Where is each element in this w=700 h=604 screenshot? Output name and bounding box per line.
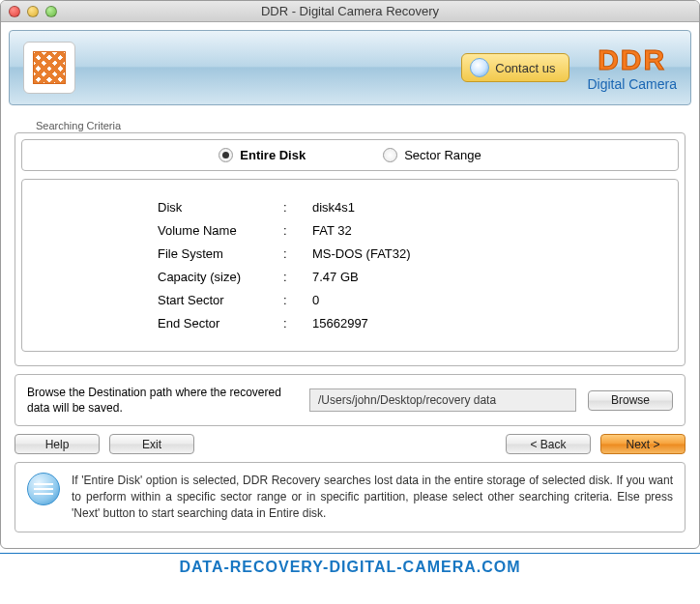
detail-row: Start Sector : 0 [158,293,668,307]
criteria-legend: Searching Criteria [32,120,125,131]
destination-panel: Browse the Destination path where the re… [15,374,685,426]
info-panel: If 'Entire Disk' option is selected, DDR… [15,462,685,532]
exit-button[interactable]: Exit [109,434,194,454]
detail-key: Volume Name [158,223,283,238]
detail-value: 15662997 [312,316,668,331]
info-text: If 'Entire Disk' option is selected, DDR… [72,473,673,522]
detail-row: Capacity (size) : 7.47 GB [158,270,668,284]
back-button[interactable]: < Back [506,434,591,454]
close-icon[interactable] [9,6,20,17]
detail-value: 0 [312,293,668,307]
maximize-icon[interactable] [45,6,57,17]
contact-us-label: Contact us [495,61,555,75]
detail-value: 7.47 GB [312,270,668,284]
disk-details: Disk : disk4s1 Volume Name : FAT 32 File… [21,179,679,352]
radio-sector-range[interactable]: Sector Range [383,148,481,162]
titlebar: DDR - Digital Camera Recovery [1,1,699,22]
footer-url: DATA-RECOVERY-DIGITAL-CAMERA.COM [0,553,700,576]
content-area: Searching Criteria Entire Disk Sector Ra… [1,113,699,548]
radio-unselected-icon [383,148,397,162]
detail-value: FAT 32 [312,223,668,238]
info-chat-icon [27,473,60,505]
detail-row: End Sector : 15662997 [158,316,668,331]
minimize-icon[interactable] [27,6,39,17]
detail-key: End Sector [158,316,283,331]
detail-key: Capacity (size) [158,270,283,284]
criteria-fieldset: Entire Disk Sector Range Disk : disk4s1 … [15,132,685,366]
window-controls [9,6,57,17]
button-row: Help Exit < Back Next > [15,434,685,454]
detail-row: Volume Name : FAT 32 [158,223,668,238]
next-button[interactable]: Next > [600,434,685,454]
destination-path-input[interactable] [309,388,576,412]
radio-entire-disk[interactable]: Entire Disk [219,148,306,162]
radio-entire-label: Entire Disk [240,148,306,162]
radio-selected-icon [219,148,233,162]
radio-sector-label: Sector Range [404,148,481,162]
detail-value: MS-DOS (FAT32) [312,246,668,261]
header-banner: Contact us DDR Digital Camera [9,30,691,105]
radio-group: Entire Disk Sector Range [21,139,679,171]
destination-label: Browse the Destination path where the re… [27,385,298,416]
detail-key: Disk [158,200,283,215]
window-title: DDR - Digital Camera Recovery [0,4,700,18]
brand-name: DDR [587,43,677,76]
brand-block: DDR Digital Camera [587,43,677,92]
detail-row: Disk : disk4s1 [158,200,668,215]
detail-key: File System [158,246,283,261]
person-icon [470,58,489,77]
logo-pattern-icon [33,51,66,84]
app-window: DDR - Digital Camera Recovery Contact us… [0,0,700,549]
app-logo [23,42,75,94]
browse-button[interactable]: Browse [588,390,673,411]
help-button[interactable]: Help [15,434,100,454]
detail-key: Start Sector [158,293,283,307]
detail-row: File System : MS-DOS (FAT32) [158,246,668,261]
detail-value: disk4s1 [312,200,668,215]
contact-us-button[interactable]: Contact us [461,53,569,82]
brand-subtitle: Digital Camera [587,76,677,92]
